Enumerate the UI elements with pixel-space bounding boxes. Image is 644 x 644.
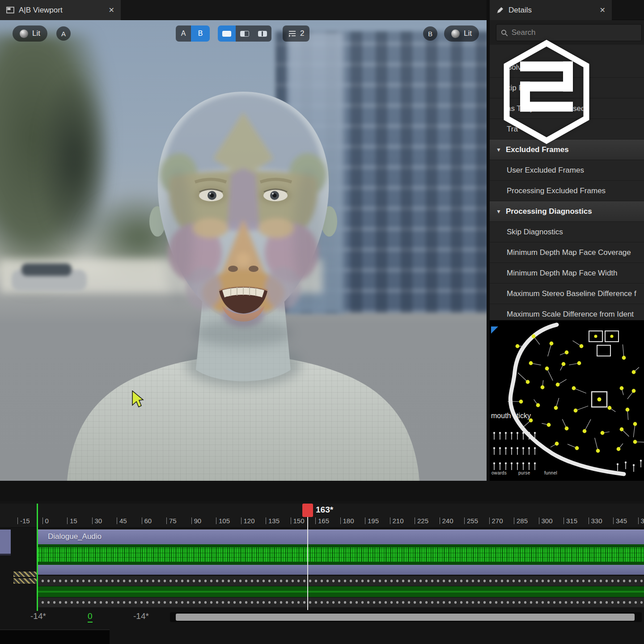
excluded-range-hatch: [13, 578, 37, 584]
wipe-view-icon: [240, 31, 249, 37]
panel-divider[interactable]: [487, 0, 490, 481]
details-row-label: Minimum Depth Map Face Coverage: [507, 248, 631, 257]
dual-view-icon: [258, 31, 267, 37]
dual-view-button[interactable]: [254, 25, 271, 42]
playhead-line[interactable]: [307, 517, 308, 610]
ruler-tick: 240: [440, 517, 453, 524]
scrollbar-handle[interactable]: [176, 614, 635, 621]
ruler-tick: 30: [92, 517, 102, 524]
metahuman-animator-window: A|B Viewport ✕: [0, 0, 644, 644]
view-layout-toggle: [218, 25, 271, 42]
control-boxes: [589, 331, 619, 407]
close-icon[interactable]: ✕: [109, 6, 114, 14]
view-a-button[interactable]: A: [176, 25, 191, 42]
details-section-header[interactable]: ▼Processing Diagnostics: [490, 201, 644, 222]
single-view-button[interactable]: [218, 25, 236, 42]
pencil-icon: [496, 6, 504, 14]
mouse-cursor: [131, 390, 144, 408]
details-row[interactable]: User Excluded Frames: [490, 160, 644, 181]
wipe-view-button[interactable]: [236, 25, 254, 42]
ruler-tick: -15: [17, 517, 30, 524]
take-count-button[interactable]: 2: [283, 25, 309, 42]
ruler-tick: 315: [564, 517, 577, 524]
lit-mode-button-left[interactable]: Lit: [13, 25, 47, 42]
close-icon[interactable]: ✕: [600, 6, 606, 14]
ruler-tick: 45: [117, 517, 127, 524]
take-list-icon: [288, 30, 297, 37]
ruler-tick: 105: [216, 517, 230, 524]
range-value-current[interactable]: 0: [88, 611, 93, 623]
details-row[interactable]: Maximum Scale Difference from Ident: [490, 304, 644, 320]
lit-mode-button-right[interactable]: Lit: [444, 25, 479, 42]
ruler-tick: 150: [291, 517, 305, 524]
details-row-label: Minimum Depth Map Face Width: [507, 269, 618, 278]
viewport-tab-title: A|B Viewport: [19, 6, 63, 15]
chevron-down-icon[interactable]: ▼: [496, 201, 501, 222]
corner-marker-icon: [491, 326, 498, 334]
ab-viewport[interactable]: Lit A A B: [0, 20, 487, 481]
details-row[interactable]: Skip Diagnostics: [490, 222, 644, 242]
audio-waveform-track[interactable]: [38, 544, 644, 565]
view-a-label: A: [181, 30, 186, 38]
details-row-label: User Excluded Frames: [507, 166, 584, 175]
ruler-tick: 135: [266, 517, 280, 524]
bottom-left-panel-edge: [0, 629, 110, 644]
lit-sphere-icon: [20, 30, 28, 38]
waveform: [38, 547, 644, 562]
ruler-tick: 270: [489, 517, 503, 524]
ruler-tick: 90: [191, 517, 202, 524]
ruler-tick: 300: [539, 517, 553, 524]
keyframe-track-2[interactable]: [38, 597, 644, 608]
details-row-label: Maximum Stereo Baseline Difference f: [507, 289, 636, 298]
view-b-button[interactable]: B: [191, 25, 210, 42]
details-tab-title: Details: [508, 6, 532, 15]
lit-label-right: Lit: [464, 29, 472, 38]
details-row[interactable]: Minimum Depth Map Face Coverage: [490, 242, 644, 263]
diagram-bottom-label: funnel: [544, 470, 557, 475]
audio-track-header[interactable]: Dialogue_Audio: [38, 530, 644, 544]
ruler-tick: 225: [415, 517, 428, 524]
details-row[interactable]: Processing Excluded Frames: [490, 181, 644, 201]
ruler-tick: 165: [315, 517, 329, 524]
diagram-bottom-label: purse: [518, 470, 530, 475]
range-value-start: -14*: [30, 611, 46, 621]
ruler-tick: 255: [464, 517, 478, 524]
ruler-tick: 120: [241, 517, 255, 524]
details-row[interactable]: Minimum Depth Map Face Width: [490, 263, 644, 284]
ruler-tick: 0: [42, 517, 49, 524]
head-mesh[interactable]: [0, 20, 487, 481]
details-row-label: Excluded Frames: [506, 145, 569, 154]
panel-gap: [0, 481, 644, 501]
playhead-frame-label: 163*: [316, 505, 333, 515]
ab-compare-toggle: A B: [176, 25, 210, 42]
viewport-icon: [6, 7, 14, 13]
timeline-panel: ✳ -1501530456075901051201351501651801952…: [0, 501, 644, 644]
face-landmark-diagram[interactable]: mouth sticky owards purse funnel: [490, 320, 644, 481]
details-row-label: Processing Diagnostics: [506, 207, 592, 216]
playhead-handle[interactable]: [302, 504, 313, 517]
ruler-tick: 285: [514, 517, 528, 524]
ruler-tick: 60: [142, 517, 152, 524]
ruler-tick: 15: [67, 517, 77, 524]
details-tabbar: Details ✕: [490, 0, 644, 20]
audio-track-footer[interactable]: [38, 565, 644, 575]
details-row[interactable]: Maximum Stereo Baseline Difference f: [490, 284, 644, 304]
track-fragment: [0, 530, 11, 555]
range-start-marker[interactable]: [37, 504, 38, 611]
audio-subtrack[interactable]: [38, 586, 644, 597]
details-panel: Details ✕ Solvekip Peras They Are Proces…: [490, 0, 644, 481]
keyframe-track-1[interactable]: [38, 576, 644, 586]
search-icon: [501, 29, 508, 37]
single-view-icon: [222, 31, 231, 37]
range-value-end: -14*: [133, 611, 149, 621]
search-field[interactable]: [496, 24, 642, 41]
details-row-label: Processing Excluded Frames: [507, 186, 606, 195]
tab-details[interactable]: Details ✕: [490, 0, 612, 20]
ruler-tick: 210: [390, 517, 404, 524]
search-input[interactable]: [512, 28, 637, 37]
lit-sphere-icon: [451, 30, 460, 38]
excluded-range-hatch: [13, 572, 37, 577]
tab-ab-viewport[interactable]: A|B Viewport ✕: [0, 0, 121, 20]
audio-track-name: Dialogue_Audio: [48, 532, 102, 541]
timeline-scrollbar[interactable]: [170, 612, 642, 622]
